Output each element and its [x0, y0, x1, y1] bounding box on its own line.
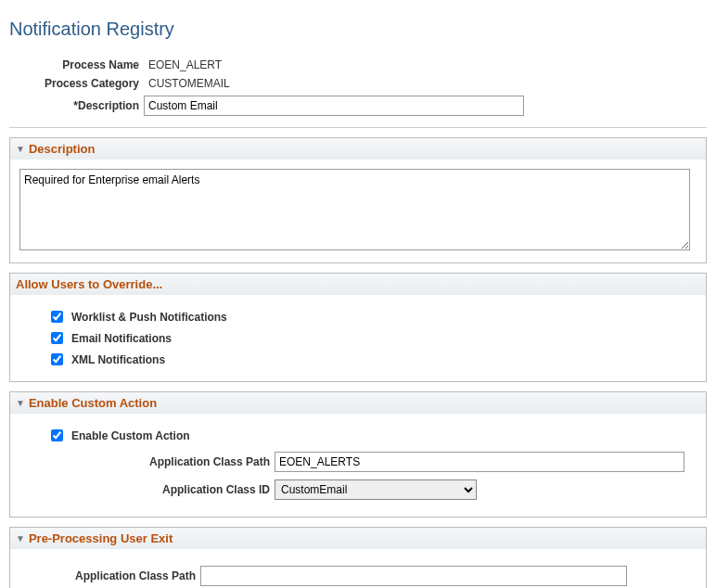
override-section-header: Allow Users to Override...	[10, 274, 706, 295]
preproc-acp-input[interactable]	[200, 566, 627, 586]
custom-action-section: ▼ Enable Custom Action Enable Custom Act…	[9, 391, 707, 518]
preproc-section-title: Pre-Processing User Exit	[29, 531, 173, 545]
aci-label: Application Class ID	[19, 483, 275, 496]
preproc-acp-label: Application Class Path	[19, 569, 200, 582]
preproc-section-header[interactable]: ▼ Pre-Processing User Exit	[10, 528, 706, 549]
description-section: ▼ Description	[9, 137, 707, 263]
enable-custom-action-label: Enable Custom Action	[71, 429, 190, 442]
worklist-checkbox[interactable]	[51, 311, 63, 323]
acp-label: Application Class Path	[19, 455, 275, 468]
collapse-icon: ▼	[16, 398, 25, 408]
acp-input[interactable]	[275, 452, 684, 472]
process-category-value: CUSTOMEMAIL	[144, 77, 230, 90]
collapse-icon: ▼	[16, 533, 25, 543]
description-label: *Description	[73, 99, 139, 112]
description-section-title: Description	[29, 142, 96, 156]
process-name-value: EOEN_ALERT	[144, 58, 222, 71]
divider	[9, 127, 707, 128]
description-section-header[interactable]: ▼ Description	[10, 138, 706, 160]
worklist-checkbox-label: Worklist & Push Notifications	[71, 311, 227, 324]
process-name-label: Process Name	[9, 58, 144, 71]
xml-checkbox-label: XML Notifications	[71, 353, 165, 366]
custom-action-section-header[interactable]: ▼ Enable Custom Action	[10, 392, 706, 414]
override-section-title: Allow Users to Override...	[16, 277, 162, 291]
description-input[interactable]	[144, 96, 524, 116]
enable-custom-action-checkbox[interactable]	[51, 429, 63, 441]
page-title: Notification Registry	[9, 19, 707, 40]
process-category-label: Process Category	[9, 77, 144, 90]
email-checkbox-label: Email Notifications	[71, 332, 172, 345]
aci-select[interactable]: CustomEmail	[275, 479, 477, 500]
email-checkbox[interactable]	[51, 332, 63, 344]
collapse-icon: ▼	[16, 144, 25, 154]
custom-action-section-title: Enable Custom Action	[29, 396, 157, 410]
preproc-section: ▼ Pre-Processing User Exit Application C…	[9, 527, 707, 588]
override-section: Allow Users to Override... Worklist & Pu…	[9, 273, 707, 382]
description-textarea[interactable]	[19, 169, 690, 250]
xml-checkbox[interactable]	[51, 353, 63, 365]
